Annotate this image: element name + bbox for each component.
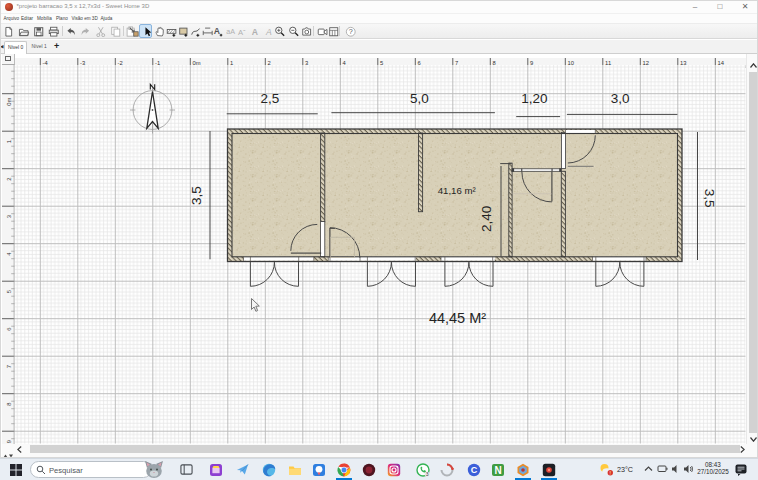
svg-text:aA: aA <box>226 28 235 36</box>
svg-text:6: 6 <box>6 327 12 330</box>
svg-text:A: A <box>214 26 220 36</box>
svg-text:3: 3 <box>6 214 12 217</box>
svg-text:3,0: 3,0 <box>611 91 630 106</box>
svg-text:2,40: 2,40 <box>479 206 494 232</box>
svg-text:41,16 m²: 41,16 m² <box>438 185 477 196</box>
svg-text:!: ! <box>610 470 611 476</box>
svg-text:7: 7 <box>6 364 12 367</box>
svg-text:3,5: 3,5 <box>702 189 717 208</box>
svg-text:8: 8 <box>6 402 12 405</box>
svg-text:0m: 0m <box>6 97 12 105</box>
svg-text:A: A <box>252 26 258 36</box>
svg-text:N: N <box>494 464 501 475</box>
svg-text:Aˆ: Aˆ <box>237 27 245 36</box>
svg-text:C: C <box>471 465 478 475</box>
svg-text:2,5: 2,5 <box>261 91 280 106</box>
svg-text:3,5: 3,5 <box>190 186 205 205</box>
svg-text:9: 9 <box>6 439 12 442</box>
svg-text:5: 5 <box>6 289 12 292</box>
svg-text:?: ? <box>349 28 353 36</box>
svg-text:A: A <box>264 26 271 36</box>
svg-text:44,45 M²: 44,45 M² <box>429 310 486 326</box>
svg-text:5,0: 5,0 <box>410 91 429 106</box>
svg-text:1: 1 <box>6 139 12 142</box>
svg-text:1,20: 1,20 <box>521 91 547 106</box>
svg-text:3: 3 <box>426 470 429 476</box>
svg-text:2: 2 <box>6 177 12 180</box>
